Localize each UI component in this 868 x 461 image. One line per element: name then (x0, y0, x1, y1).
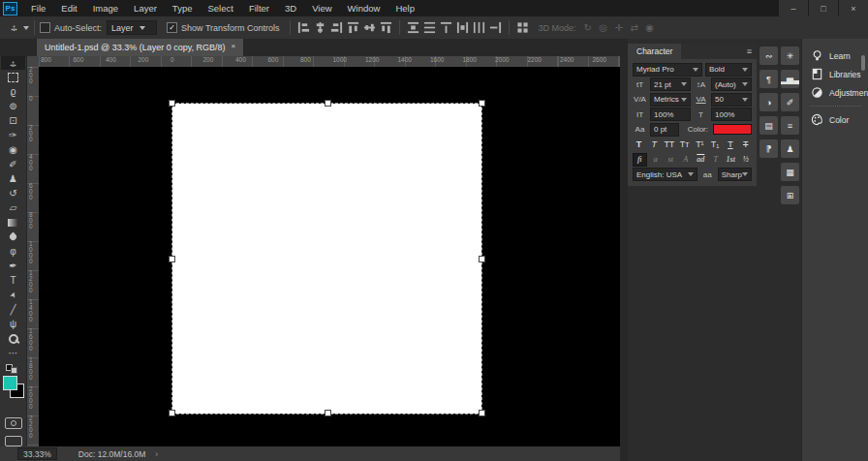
distribute-spacing-icon[interactable] (514, 19, 531, 36)
panel-icon-histogram[interactable]: ▂▅▃ (781, 70, 799, 88)
align-left-edges-icon[interactable] (295, 19, 312, 36)
menu-item[interactable]: File (23, 0, 53, 16)
panel-icon-paragraph-styles[interactable]: ⁋ (760, 139, 778, 158)
align-vertical-centers-icon[interactable] (361, 19, 378, 36)
stylistic-alternates-button[interactable]: ad (695, 154, 707, 166)
libraries-panel-button[interactable]: Libraries (802, 65, 868, 83)
panel-icon-brush-settings[interactable]: ≡ (781, 116, 799, 135)
transform-handle-bottom-center[interactable] (325, 410, 331, 416)
ordinals-button[interactable]: 1st (725, 154, 737, 166)
font-style-dropdown[interactable]: Bold (705, 63, 752, 77)
auto-select-checkbox[interactable] (40, 22, 50, 33)
horizontal-scale-field[interactable]: 100% (711, 108, 752, 121)
blur-tool[interactable] (1, 230, 25, 244)
faux-italic-button[interactable]: T (648, 138, 661, 150)
canvas[interactable] (39, 67, 620, 446)
distribute-left-edges-icon[interactable] (454, 19, 471, 36)
history-brush-tool[interactable]: ↺ (1, 186, 25, 200)
panel-icon-brushes[interactable]: ✐ (781, 93, 799, 111)
menu-item[interactable]: Edit (53, 0, 84, 16)
default-colors-icon[interactable] (6, 364, 17, 372)
move-tool-icon[interactable]: ↔↕ (8, 21, 20, 34)
move-tool[interactable]: ↔↕ (1, 56, 25, 70)
font-size-dropdown[interactable]: 21 pt (650, 77, 691, 91)
type-color-swatch[interactable] (713, 124, 752, 135)
distribute-top-edges-icon[interactable] (405, 19, 421, 36)
character-panel-tab[interactable]: Character (628, 44, 681, 59)
panel-icon-clone-source[interactable]: ♟ (781, 139, 799, 158)
marquee-tool[interactable] (1, 70, 25, 84)
eraser-tool[interactable]: ▱ (1, 200, 25, 215)
distribute-right-edges-icon[interactable] (487, 19, 504, 36)
panel-icon-properties[interactable]: ✳ (781, 46, 799, 65)
kerning-dropdown[interactable]: Metrics (650, 93, 691, 107)
adjustments-panel-button[interactable]: Adjustments (802, 83, 868, 102)
zoom-tool[interactable] (1, 331, 25, 346)
learn-panel-button[interactable]: Learn (802, 46, 868, 65)
panel-icon-paths[interactable]: ∾ (760, 46, 778, 65)
quick-selection-tool[interactable]: ⊚ (1, 99, 25, 113)
healing-brush-tool[interactable]: ◉ (1, 142, 25, 157)
transform-handle-middle-right[interactable] (479, 256, 485, 262)
superscript-button[interactable]: T¹ (694, 138, 706, 150)
distribute-horizontal-centers-icon[interactable] (471, 19, 487, 36)
leading-dropdown[interactable]: (Auto) (711, 77, 752, 91)
fractions-button[interactable]: ½ (740, 154, 753, 166)
clone-stamp-tool[interactable]: ♟ (1, 171, 25, 186)
transform-handle-middle-left[interactable] (169, 256, 175, 262)
panel-menu-icon[interactable]: ≡ (747, 46, 752, 56)
align-bottom-edges-icon[interactable] (378, 19, 394, 36)
3d-slide-icon[interactable]: ⇄ (627, 22, 642, 33)
edit-toolbar-menu[interactable]: ⋯ (1, 346, 25, 360)
ligatures-button[interactable]: fi (633, 153, 647, 167)
pen-tool[interactable]: ✒ (1, 259, 25, 273)
panel-icon-character-styles[interactable]: ▤ (760, 116, 778, 135)
quick-mask-button[interactable] (5, 417, 22, 429)
panel-icon-paragraph[interactable]: ¶ (760, 70, 778, 88)
menu-item[interactable]: Filter (241, 0, 277, 16)
close-button[interactable]: × (838, 0, 868, 16)
zoom-level-field[interactable]: 33.33% (17, 447, 57, 460)
menu-item[interactable]: Image (85, 0, 126, 16)
vertical-scale-field[interactable]: 100% (650, 108, 691, 121)
font-family-dropdown[interactable]: Myriad Pro (633, 63, 702, 77)
status-menu-chevron-icon[interactable]: › (155, 449, 158, 459)
menu-item[interactable]: Window (340, 0, 388, 16)
crop-tool[interactable]: ⊡ (1, 113, 25, 128)
swash-button[interactable]: A (680, 154, 693, 166)
3d-roll-icon[interactable]: ◎ (596, 22, 611, 33)
align-top-edges-icon[interactable] (345, 19, 361, 36)
tab-close-icon[interactable]: × (232, 42, 236, 50)
menu-item[interactable]: Layer (126, 0, 165, 16)
transform-handle-bottom-left[interactable] (169, 410, 175, 416)
minimize-button[interactable]: – (778, 0, 808, 16)
brush-tool[interactable]: ✐ (1, 157, 25, 171)
panel-icon-glyphs[interactable]: ◑ (760, 93, 778, 111)
strikethrough-button[interactable]: T (739, 138, 752, 150)
all-caps-button[interactable]: TT (664, 138, 676, 150)
panel-scrollbar[interactable] (861, 55, 865, 71)
subscript-button[interactable]: T₁ (709, 138, 722, 150)
foreground-color-swatch[interactable] (3, 376, 17, 390)
anti-alias-dropdown[interactable]: Sharp (718, 168, 752, 181)
transform-handle-top-center[interactable] (325, 100, 331, 107)
hand-tool[interactable]: ψ (1, 317, 25, 331)
show-transform-checkbox[interactable]: ✓ (167, 22, 177, 33)
tracking-dropdown[interactable]: 50 (711, 93, 752, 107)
language-dropdown[interactable]: English: USA (633, 168, 698, 181)
contextual-alternates-button[interactable]: ɑ (650, 154, 663, 166)
distribute-bottom-edges-icon[interactable] (438, 19, 454, 36)
menu-item[interactable]: 3D (277, 0, 304, 16)
selected-layer-rectangle[interactable] (172, 104, 481, 414)
distribute-vertical-centers-icon[interactable] (421, 19, 438, 36)
gradient-tool[interactable] (1, 215, 25, 230)
lasso-tool[interactable]: ϱ (1, 84, 25, 99)
menu-item[interactable]: View (304, 0, 339, 16)
screen-mode-button[interactable] (5, 436, 22, 447)
menu-item[interactable]: Help (388, 0, 422, 16)
transform-handle-top-right[interactable] (479, 100, 485, 107)
tool-preset-chevron-icon[interactable] (23, 26, 29, 30)
titling-alternates-button[interactable]: T (710, 154, 723, 166)
faux-bold-button[interactable]: T (633, 138, 645, 150)
baseline-shift-field[interactable]: 0 pt (650, 123, 679, 137)
